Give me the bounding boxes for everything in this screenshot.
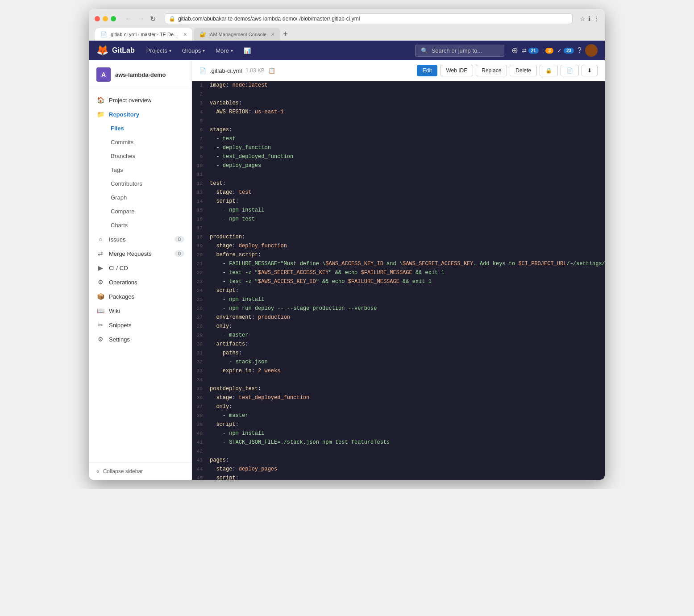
help-icon[interactable]: ? [578, 46, 582, 54]
table-row: 26 - npm run deploy -- --stage productio… [192, 304, 605, 313]
line-number: 1 [192, 81, 210, 90]
content-area: 📄 .gitlab-ci.yml 1.03 KB 📋 Edit Web IDE … [192, 60, 605, 480]
nav-more-label: More [216, 47, 229, 54]
sidebar-label-snippets: Snippets [109, 322, 132, 329]
sidebar-item-contributors[interactable]: Contributors [104, 177, 191, 191]
table-row: 21 - FAILURE_MESSAGE="Must define \$AWS_… [192, 260, 605, 269]
line-number: 13 [192, 188, 210, 197]
browser-window: ← → ↻ 🔒 gitlab.com/abubakar-te-demos/aws… [89, 9, 605, 480]
line-number: 45 [192, 474, 210, 480]
info-icon[interactable]: ℹ [588, 15, 590, 22]
file-name-area: 📄 .gitlab-ci.yml 1.03 KB 📋 [199, 67, 275, 74]
nav-more[interactable]: More ▾ [211, 45, 237, 57]
table-row: 40 - npm install [192, 429, 605, 438]
bookmark-icon[interactable]: ☆ [580, 15, 586, 22]
tab-favicon-2: 🔐 [199, 31, 206, 37]
forward-button[interactable]: → [136, 14, 146, 24]
web-ide-button[interactable]: Web IDE [440, 65, 473, 76]
raw-button[interactable]: 📄 [561, 65, 579, 76]
tab-close-1[interactable]: × [183, 31, 187, 38]
lock-button[interactable]: 🔒 [540, 65, 558, 76]
sidebar-item-merge-requests[interactable]: ⇄ Merge Requests 0 [89, 246, 191, 261]
sidebar-item-operations[interactable]: ⚙ Operations [89, 275, 191, 289]
line-content [210, 224, 605, 233]
table-row: 28 only: [192, 322, 605, 331]
sidebar-item-issues[interactable]: ○ Issues 0 [89, 232, 191, 246]
main-layout: A aws-lambda-demo 🏠 Project overview 📁 R… [89, 60, 605, 480]
tab-favicon-1: 📄 [100, 31, 107, 37]
line-number: 4 [192, 108, 210, 117]
download-button[interactable]: ⬇ [582, 65, 598, 76]
tab-title-2: IAM Management Console [208, 32, 266, 37]
sidebar-item-tags[interactable]: Tags [104, 163, 191, 177]
sidebar-item-snippets[interactable]: ✂ Snippets [89, 318, 191, 332]
search-icon: 🔍 [421, 47, 428, 54]
sidebar-label-branches: Branches [111, 153, 135, 159]
add-icon[interactable]: ⊕ [511, 46, 518, 55]
line-number: 41 [192, 438, 210, 447]
line-content: - master [210, 412, 605, 420]
sidebar-item-commits[interactable]: Commits [104, 135, 191, 149]
table-row: 9 - test_deployed_function [192, 153, 605, 162]
nav-analytics-icon[interactable]: 📊 [239, 45, 255, 57]
line-number: 38 [192, 412, 210, 420]
sidebar-item-compare[interactable]: Compare [104, 204, 191, 218]
sidebar-item-files[interactable]: Files [104, 121, 191, 135]
line-number: 22 [192, 269, 210, 278]
line-content: pages: [210, 456, 605, 465]
todos-icon: ✓ [557, 47, 562, 54]
file-name: .gitlab-ci.yml [210, 67, 242, 74]
traffic-lights [95, 16, 116, 21]
more-icon[interactable]: ⋮ [593, 15, 599, 22]
nav-projects[interactable]: Projects ▾ [142, 45, 176, 57]
snippets-icon: ✂ [96, 321, 104, 329]
table-row: 2 [192, 90, 605, 99]
delete-button[interactable]: Delete [510, 65, 537, 76]
line-content: before_script: [210, 251, 605, 260]
browser-tab-inactive[interactable]: 🔐 IAM Management Console × [194, 28, 280, 41]
table-row: 33 expire_in: 2 weeks [192, 367, 605, 376]
line-number: 24 [192, 287, 210, 296]
address-bar[interactable]: 🔒 gitlab.com/abubakar-te-demos/aws-lambd… [165, 13, 573, 24]
table-row: 10 - deploy_pages [192, 162, 605, 171]
edit-button[interactable]: Edit [417, 65, 438, 76]
browser-tab-active[interactable]: 📄 .gitlab-ci.yml · master · TE Dem… × [95, 28, 193, 41]
close-traffic-light[interactable] [95, 16, 100, 21]
copy-path-icon[interactable]: 📋 [268, 67, 275, 74]
new-tab-button[interactable]: + [281, 28, 290, 41]
line-content: AWS_REGION: us-east-1 [210, 108, 605, 117]
table-row: 3variables: [192, 99, 605, 108]
issues-badge: 3 [545, 48, 553, 54]
user-avatar[interactable] [585, 44, 598, 57]
sidebar-item-charts[interactable]: Charts [104, 218, 191, 232]
issues-sidebar-icon: ○ [96, 236, 104, 243]
back-button[interactable]: ← [123, 14, 134, 24]
sidebar-item-ci-cd[interactable]: ▶ CI / CD [89, 261, 191, 275]
nav-groups[interactable]: Groups ▾ [178, 45, 210, 57]
nav-projects-chevron: ▾ [169, 48, 171, 53]
line-content: - test_deployed_function [210, 153, 605, 162]
sidebar-label-project-overview: Project overview [109, 97, 151, 104]
line-content: test: [210, 179, 605, 188]
sidebar-item-project-overview[interactable]: 🏠 Project overview [89, 93, 191, 107]
minimize-traffic-light[interactable] [103, 16, 108, 21]
sidebar-item-branches[interactable]: Branches [104, 149, 191, 163]
line-number: 33 [192, 367, 210, 376]
line-number: 31 [192, 349, 210, 358]
reload-button[interactable]: ↻ [148, 14, 158, 24]
sidebar-item-graph[interactable]: Graph [104, 191, 191, 204]
code-viewer: 1image: node:latest2 3variables:4 AWS_RE… [192, 81, 605, 480]
gitlab-navbar: 🦊 GitLab Projects ▾ Groups ▾ More ▾ 📊 🔍 … [89, 41, 605, 60]
nav-search[interactable]: 🔍 Search or jump to... [415, 45, 504, 57]
maximize-traffic-light[interactable] [111, 16, 116, 21]
replace-button[interactable]: Replace [476, 65, 507, 76]
sidebar-item-repository[interactable]: 📁 Repository [89, 107, 191, 121]
sidebar-item-settings[interactable]: ⚙ Settings [89, 332, 191, 346]
sidebar-item-wiki[interactable]: 📖 Wiki [89, 304, 191, 318]
sidebar-item-packages[interactable]: 📦 Packages [89, 289, 191, 304]
table-row: 8 - deploy_function [192, 144, 605, 153]
tab-close-2[interactable]: × [271, 31, 274, 38]
home-icon: 🏠 [96, 96, 104, 104]
collapse-sidebar-button[interactable]: « Collapse sidebar [89, 462, 191, 480]
line-number: 21 [192, 260, 210, 269]
